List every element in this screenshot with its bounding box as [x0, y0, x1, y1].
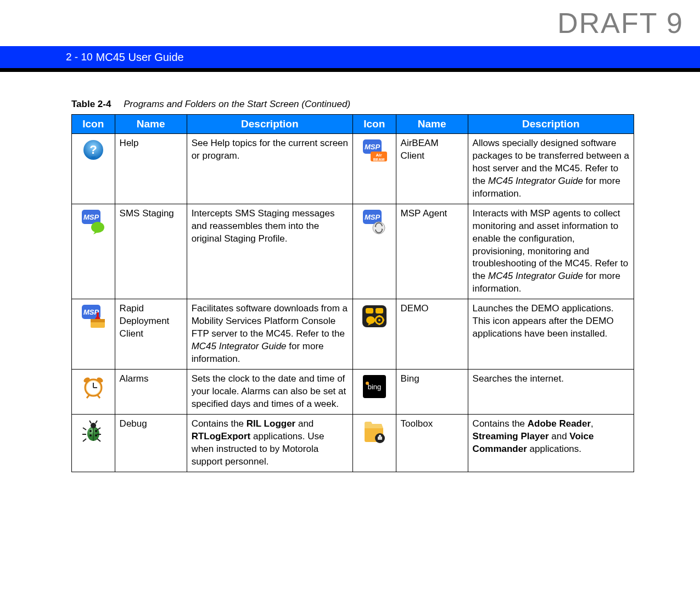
sms-staging-icon: MSP [80, 208, 107, 235]
svg-text:MSP: MSP [365, 143, 380, 151]
desc-bold: RIL Logger [247, 418, 295, 429]
svg-point-21 [366, 316, 375, 324]
svg-point-36 [89, 430, 92, 432]
svg-rect-17 [97, 312, 99, 316]
cell-name: MSP Agent [396, 204, 468, 299]
rapid-deployment-icon: MSP [80, 303, 107, 330]
svg-text:MSP: MSP [83, 213, 99, 221]
msp-agent-icon: MSP [361, 208, 388, 235]
cell-desc: See Help topics for the current screen o… [187, 134, 352, 204]
cell-name: AirBEAM Client [396, 134, 468, 204]
th-name-r: Name [396, 115, 468, 134]
svg-point-40 [91, 423, 96, 428]
cell-desc: Searches the internet. [468, 369, 634, 414]
cell-name: Rapid Deployment Client [115, 299, 187, 370]
cell-name: Toolbox [396, 414, 468, 472]
alarms-icon [80, 373, 107, 400]
desc-text: and [549, 431, 570, 441]
bing-icon: bing [361, 373, 388, 400]
svg-point-23 [378, 319, 380, 321]
guide-title: MC45 User Guide [93, 51, 184, 64]
cell-name: Help [115, 134, 187, 204]
svg-point-9 [91, 222, 104, 233]
demo-icon [361, 303, 388, 330]
desc-text: and [295, 418, 313, 429]
svg-point-39 [95, 434, 97, 437]
desc-italic: MC45 Integrator Guide [192, 341, 287, 351]
cell-name: Bing [396, 369, 468, 414]
table-row: Alarms Sets the clock to the date and ti… [72, 369, 634, 414]
th-desc-l: Description [187, 115, 352, 134]
svg-rect-16 [91, 319, 105, 322]
cell-name: Alarms [115, 369, 187, 414]
table-label: Table 2-4 [71, 99, 111, 109]
svg-text:?: ? [89, 143, 97, 156]
airbeam-client-icon: MSP Air BEAM [361, 137, 388, 165]
table-row: MSP SMS Staging Intercepts SMS Staging m… [72, 204, 634, 299]
svg-point-37 [95, 430, 97, 432]
svg-point-38 [89, 434, 92, 437]
desc-bold: Streaming Player [473, 431, 549, 441]
th-icon-r: Icon [352, 115, 396, 134]
debug-icon [80, 418, 107, 445]
svg-rect-20 [376, 308, 383, 314]
help-icon: ? [80, 137, 107, 165]
table-row: ? Help See Help topics for the current s… [72, 134, 634, 204]
th-desc-r: Description [468, 115, 634, 134]
desc-text: applications. [527, 444, 581, 454]
desc-bold: RTLogExport [192, 431, 251, 441]
svg-point-12 [373, 222, 385, 234]
cell-desc: Contains the Adobe Reader, Streaming Pla… [468, 414, 634, 472]
page-number: 2 - 10 [0, 51, 93, 63]
desc-italic: MC45 Integrator Guide [488, 176, 583, 186]
svg-rect-18 [362, 305, 387, 327]
svg-text:BEAM: BEAM [373, 158, 384, 161]
cell-desc: Sets the clock to the date and time of y… [187, 369, 352, 414]
programs-table: Icon Name Description Icon Name Descript… [71, 114, 634, 472]
page-header: 2 - 10 MC45 User Guide [0, 46, 700, 68]
cell-desc: Allows specially designed software packa… [468, 134, 634, 204]
th-name-l: Name [115, 115, 187, 134]
draft-watermark: DRAFT 9 [557, 7, 684, 40]
desc-italic: MC45 Integrator Guide [488, 271, 583, 281]
svg-rect-19 [366, 308, 373, 314]
svg-rect-43 [379, 435, 381, 437]
cell-name: Debug [115, 414, 187, 472]
cell-desc: Interacts with MSP agents to collect mon… [468, 204, 634, 299]
table-row: MSP Rapid Deployment Client Facilitates … [72, 299, 634, 370]
desc-text: Contains the [473, 418, 528, 429]
cell-desc: Contains the RIL Logger and RTLogExport … [187, 414, 352, 472]
table-caption-text: Programs and Folders on the Start Screen… [124, 99, 350, 109]
cell-desc: Intercepts SMS Staging messages and reas… [187, 204, 352, 299]
cell-name: SMS Staging [115, 204, 187, 299]
table-header-row: Icon Name Description Icon Name Descript… [72, 115, 634, 134]
header-underline [0, 68, 700, 72]
toolbox-icon [361, 418, 388, 445]
cell-name: DEMO [396, 299, 468, 370]
svg-text:Air: Air [376, 153, 382, 158]
table-row: Debug Contains the RIL Logger and RTLogE… [72, 414, 634, 472]
svg-point-32 [366, 382, 369, 385]
desc-bold: Adobe Reader [528, 418, 591, 429]
svg-text:bing: bing [367, 383, 381, 391]
cell-desc: Launches the DEMO applications. This ico… [468, 299, 634, 370]
desc-text: Facilitates software downloads from a Mo… [192, 303, 348, 339]
svg-text:MSP: MSP [365, 213, 380, 221]
cell-desc: Facilitates software downloads from a Mo… [187, 299, 352, 370]
desc-text: Contains the [192, 418, 247, 429]
table-caption: Table 2-4 Programs and Folders on the St… [71, 99, 634, 110]
desc-text: , [591, 418, 593, 429]
th-icon-l: Icon [72, 115, 115, 134]
